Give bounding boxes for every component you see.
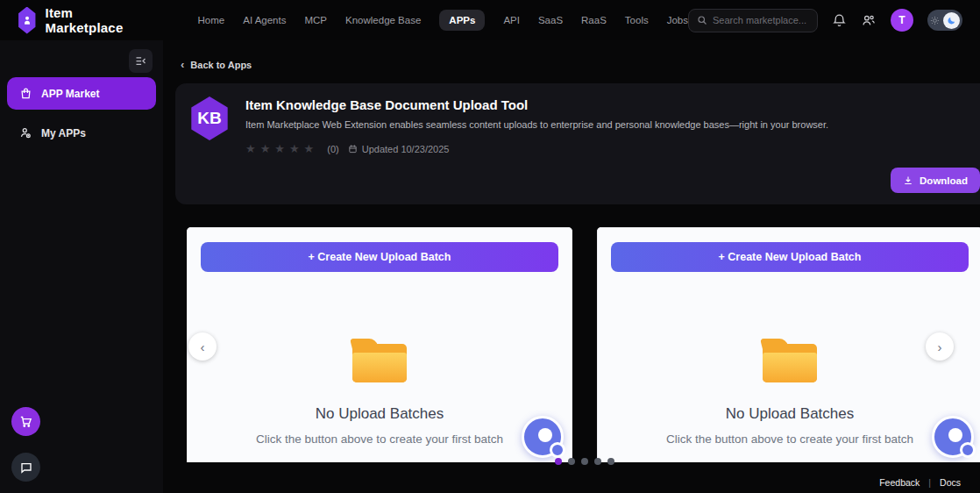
chevron-left-icon: ‹ — [181, 58, 184, 71]
search-icon — [697, 15, 707, 25]
nav-item-ai-agents[interactable]: AI Agents — [243, 15, 286, 25]
carousel-dot[interactable] — [555, 458, 562, 465]
download-button-label: Download — [920, 175, 968, 186]
search-input[interactable] — [713, 15, 809, 25]
user-gear-icon — [19, 126, 32, 139]
assistant-orb-icon — [932, 416, 974, 458]
footer: Feedback | Docs — [879, 477, 961, 488]
empty-state-subtitle: Click the button above to create your fi… — [187, 432, 572, 446]
screenshot-carousel: + Create New Upload Batch No Upload Batc… — [175, 227, 980, 462]
folder-icon — [352, 339, 407, 382]
footer-separator: | — [928, 477, 931, 488]
cart-button[interactable] — [11, 407, 40, 436]
carousel-viewport: + Create New Upload Batch No Upload Batc… — [175, 227, 980, 462]
cart-icon — [18, 414, 33, 429]
sidebar-collapse-icon[interactable] — [129, 49, 153, 73]
carousel-dot[interactable] — [581, 458, 588, 465]
rating-stars-icon: ★★★★★ — [245, 142, 318, 155]
user-avatar[interactable]: T — [891, 9, 913, 32]
carousel-dot[interactable] — [607, 458, 614, 465]
app-description: Item Marketplace Web Extension enables s… — [245, 119, 828, 130]
carousel-dot[interactable] — [568, 458, 575, 465]
nav-item-knowledge-base[interactable]: Knowledge Base — [345, 15, 421, 25]
back-to-apps-link[interactable]: ‹ Back to Apps — [181, 58, 252, 71]
moon-icon — [943, 12, 960, 29]
carousel-next-button[interactable]: › — [926, 332, 954, 361]
empty-state-title: No Upload Batches — [187, 405, 572, 423]
screenshot-slide: + Create New Upload Batch No Upload Batc… — [187, 227, 572, 462]
shopping-bag-icon — [19, 87, 32, 100]
carousel-dot[interactable] — [594, 458, 601, 465]
carousel-track: + Create New Upload Batch No Upload Batc… — [187, 227, 980, 462]
download-icon — [903, 175, 913, 186]
sidebar-item-app-market[interactable]: APP Market — [7, 77, 156, 110]
calendar-icon — [348, 144, 358, 154]
nav-item-raas[interactable]: RaaS — [581, 15, 607, 25]
assistant-orb-icon — [522, 416, 564, 458]
sidebar-item-label: My APPs — [41, 127, 86, 139]
nav-item-mcp[interactable]: MCP — [304, 15, 327, 25]
app-body: APP Market My APPs ‹ Back to Apps KB Ite… — [0, 40, 980, 493]
brand[interactable]: Item Marketplace — [18, 5, 130, 35]
users-icon[interactable] — [861, 13, 877, 28]
nav-item-jobs[interactable]: Jobs — [667, 15, 688, 25]
nav-item-tools[interactable]: Tools — [625, 15, 649, 25]
app-title: Item Knowledge Base Document Upload Tool — [245, 97, 828, 112]
notifications-bell-icon[interactable] — [832, 13, 847, 28]
screenshot-slide: + Create New Upload Batch No Upload Batc… — [597, 227, 980, 462]
nav-item-saas[interactable]: SaaS — [538, 15, 563, 25]
app-detail-card: KB Item Knowledge Base Document Upload T… — [175, 83, 980, 204]
chat-button[interactable] — [11, 453, 40, 482]
feedback-link[interactable]: Feedback — [879, 477, 920, 488]
app-kb-logo: KB — [189, 96, 230, 140]
brand-name: Item Marketplace — [46, 5, 130, 35]
theme-toggle[interactable] — [927, 10, 962, 31]
sun-icon — [930, 16, 940, 25]
updated-date: Updated 10/23/2025 — [348, 144, 450, 154]
updated-date-label: Updated 10/23/2025 — [362, 144, 450, 154]
download-button[interactable]: Download — [891, 168, 980, 193]
rating-count: (0) — [327, 144, 338, 154]
top-navigation-bar: Item Marketplace Home AI Agents MCP Know… — [0, 0, 980, 40]
docs-link[interactable]: Docs — [940, 477, 961, 488]
nav-item-apps[interactable]: APPs — [439, 10, 485, 31]
sidebar-menu: APP Market My APPs — [0, 77, 163, 149]
carousel-prev-button[interactable]: ‹ — [188, 332, 217, 361]
empty-state-subtitle: Click the button above to create your fi… — [597, 432, 980, 446]
sidebar-item-label: APP Market — [41, 88, 99, 100]
app-logo-icon — [18, 7, 37, 34]
main-content: ‹ Back to Apps KB Item Knowledge Base Do… — [163, 40, 980, 493]
create-batch-button[interactable]: + Create New Upload Batch — [201, 242, 558, 272]
topbar-actions: T — [688, 9, 962, 32]
app-meta-row: ★★★★★ (0) Updated 10/23/2025 — [245, 142, 828, 155]
chat-bubble-icon — [19, 461, 33, 475]
sidebar-item-my-apps[interactable]: My APPs — [7, 117, 156, 149]
search-box[interactable] — [688, 9, 818, 32]
back-link-label: Back to Apps — [190, 60, 252, 70]
main-nav: Home AI Agents MCP Knowledge Base APPs A… — [198, 10, 688, 31]
empty-state-title: No Upload Batches — [597, 405, 980, 423]
nav-item-api[interactable]: API — [503, 15, 520, 25]
nav-item-home[interactable]: Home — [198, 15, 225, 25]
folder-icon — [763, 339, 817, 382]
carousel-dots — [555, 458, 614, 465]
create-batch-button[interactable]: + Create New Upload Batch — [611, 242, 969, 272]
